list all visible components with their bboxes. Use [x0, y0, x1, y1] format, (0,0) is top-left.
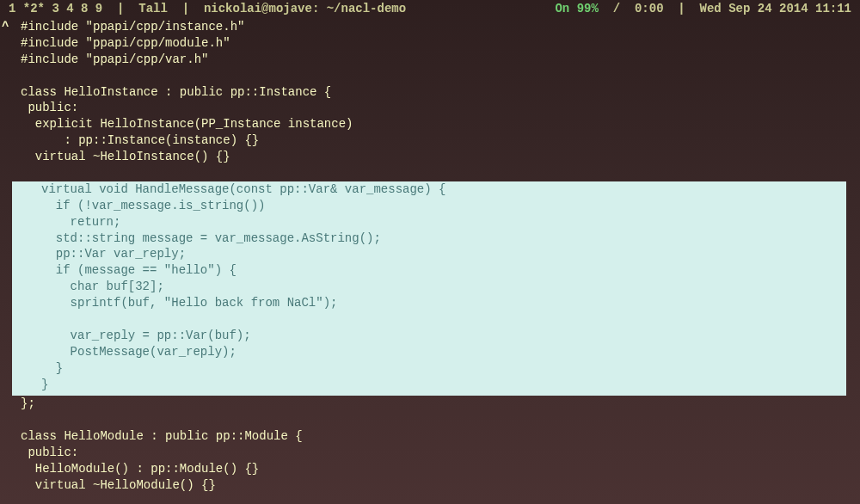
uptime: 0:00	[635, 2, 664, 15]
code-line: public:	[5, 100, 855, 116]
code-line: : pp::Instance(instance) {}	[5, 132, 855, 149]
code-line: if (message == "hello") {	[15, 262, 846, 279]
code-line	[5, 494, 855, 504]
code-line: #include "ppapi/cpp/instance.h"	[5, 19, 855, 35]
code-line: sprintf(buf, "Hello back from NaCl");	[15, 295, 846, 311]
battery-status: On 99%	[555, 2, 598, 15]
code-line: #include "ppapi/cpp/var.h"	[5, 52, 855, 68]
separator: |	[671, 2, 692, 15]
code-line: std::string message = var_message.AsStri…	[15, 230, 846, 247]
code-line: HelloModule() : pp::Module() {}	[5, 461, 855, 477]
code-line: }	[15, 377, 846, 393]
code-line	[5, 68, 855, 84]
status-bar: 1 *2* 3 4 8 9 | Tall | nickolai@mojave: …	[0, 0, 860, 17]
code-line: };	[5, 396, 855, 412]
code-line: return;	[15, 214, 846, 230]
code-line: class HelloModule : public pp::Module {	[5, 428, 855, 445]
terminal-screen: 1 *2* 3 4 8 9 | Tall | nickolai@mojave: …	[0, 0, 860, 504]
datetime: Wed Sep 24 2014 11:11	[700, 2, 851, 15]
code-line: #include "ppapi/cpp/module.h"	[5, 35, 855, 52]
code-block-bottom: };class HelloModule : public pp::Module …	[5, 396, 855, 504]
status-right: On 99% / 0:00 | Wed Sep 24 2014 11:11	[555, 1, 851, 17]
code-line: virtual ~HelloInstance() {}	[5, 149, 855, 165]
code-line: virtual ~HelloModule() {}	[5, 477, 855, 494]
code-line: class HelloInstance : public pp::Instanc…	[5, 84, 855, 101]
layout-name: Tall	[138, 2, 168, 15]
code-block-highlight: virtual void HandleMessage(const pp::Var…	[15, 181, 846, 393]
code-line: if (!var_message.is_string())	[15, 198, 846, 214]
top-of-file-marker: ^	[2, 19, 9, 35]
editor-viewport[interactable]: ^ #include "ppapi/cpp/instance.h"#includ…	[0, 17, 860, 504]
code-line	[5, 412, 855, 428]
code-line: pp::Var var_reply;	[15, 246, 846, 262]
code-line: }	[15, 360, 846, 377]
separator: |	[110, 2, 132, 15]
code-line: public:	[5, 445, 855, 461]
code-line	[15, 311, 846, 328]
window-title: nickolai@mojave: ~/nacl-demo	[204, 2, 406, 15]
visual-selection: virtual void HandleMessage(const pp::Var…	[12, 181, 846, 396]
code-line	[5, 165, 855, 181]
separator: |	[175, 2, 196, 15]
code-line: char buf[32];	[15, 279, 846, 295]
code-line: var_reply = pp::Var(buf);	[15, 328, 846, 344]
separator: /	[605, 2, 627, 15]
workspace-list[interactable]: 1 *2* 3 4 8 9	[9, 2, 102, 15]
code-line: virtual void HandleMessage(const pp::Var…	[15, 181, 846, 198]
status-left: 1 *2* 3 4 8 9 | Tall | nickolai@mojave: …	[9, 1, 406, 17]
code-block-top: #include "ppapi/cpp/instance.h"#include …	[5, 19, 855, 181]
code-line: explicit HelloInstance(PP_Instance insta…	[5, 116, 855, 132]
code-line: PostMessage(var_reply);	[15, 344, 846, 360]
